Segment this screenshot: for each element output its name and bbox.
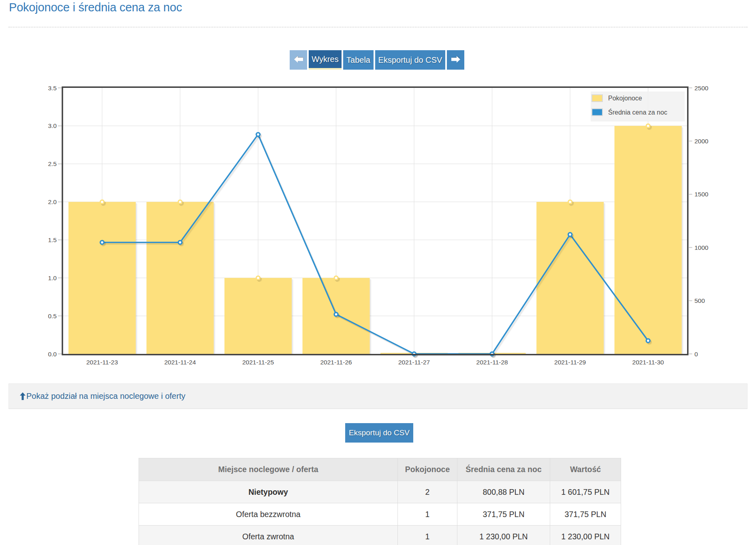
bar-marker	[334, 276, 338, 280]
left-axis-label: 1.0	[48, 275, 57, 281]
x-axis-label: 2021-11-26	[320, 359, 352, 366]
next-period-button[interactable]	[447, 50, 464, 70]
show-breakdown-label: Pokaż podział na miejsca noclegowe i ofe…	[26, 392, 185, 401]
x-axis-label: 2021-11-28	[476, 359, 508, 366]
export-csv-toolbar-button[interactable]: Eksportuj do CSV	[375, 50, 445, 70]
tab-table[interactable]: Tabela	[343, 50, 374, 70]
x-axis-label: 2021-11-24	[164, 359, 196, 366]
table-header-cell: Pokojonoce	[398, 458, 457, 481]
left-axis-label: 1.5	[48, 236, 57, 243]
table-cell: 1	[398, 526, 457, 545]
bar-marker	[568, 200, 572, 204]
bar	[147, 202, 214, 354]
right-axis-label: 2000	[694, 138, 709, 145]
line-marker	[334, 313, 338, 316]
x-axis-label: 2021-11-30	[632, 359, 664, 366]
line-marker	[178, 241, 182, 244]
breakdown-section-bar: Pokaż podział na miejsca noclegowe i ofe…	[9, 383, 747, 409]
tab-chart[interactable]: Wykres	[309, 50, 342, 70]
table-row: Nietypowy2800,88 PLN1 601,75 PLN	[139, 481, 621, 503]
left-axis-label: 0.0	[48, 351, 57, 358]
table-row: Oferta zwrotna11 230,00 PLN1 230,00 PLN	[139, 526, 621, 545]
table-cell: 371,75 PLN	[457, 503, 550, 526]
chart-toolbar: Wykres Tabela Eksportuj do CSV	[290, 50, 464, 70]
table-cell: 371,75 PLN	[550, 503, 621, 526]
table-cell: Oferta zwrotna	[139, 526, 398, 545]
legend-swatch	[592, 109, 602, 116]
table-body: Nietypowy2800,88 PLN1 601,75 PLNOferta b…	[139, 481, 621, 545]
page-title: Pokojonoce i średnia cena za noc	[9, 1, 182, 14]
line-marker	[100, 241, 104, 244]
table-cell: Nietypowy	[139, 481, 398, 503]
table-cell: 800,88 PLN	[457, 481, 550, 503]
line-marker	[646, 339, 650, 343]
bar-marker	[646, 124, 650, 128]
legend-swatch	[592, 95, 602, 102]
bar-marker	[100, 200, 104, 204]
x-axis-label: 2021-11-25	[242, 359, 274, 366]
left-axis-label: 0.5	[48, 313, 57, 319]
right-axis-label: 1000	[694, 244, 709, 251]
table-row: Oferta bezzwrotna1371,75 PLN371,75 PLN	[139, 503, 621, 526]
right-axis-label: 500	[694, 297, 705, 304]
table-cell: 2	[398, 481, 457, 503]
table-header: Miejsce noclegowe / ofertaPokojonoceŚred…	[139, 458, 621, 481]
breakdown-table: Miejsce noclegowe / ofertaPokojonoceŚred…	[139, 458, 621, 545]
dotted-divider	[9, 27, 747, 28]
x-axis-label: 2021-11-23	[86, 359, 118, 366]
combo-chart[interactable]: 0.00.51.01.52.02.53.03.50500100015002000…	[0, 77, 756, 377]
left-axis-label: 2.0	[48, 198, 57, 205]
legend-label: Średnia cena za noc	[608, 109, 667, 116]
left-axis-label: 3.0	[48, 122, 57, 129]
line-marker	[256, 133, 260, 136]
right-axis-label: 2500	[694, 85, 709, 92]
bar-marker	[256, 276, 260, 280]
arrow-left-icon	[294, 55, 303, 65]
right-axis-label: 0	[694, 351, 698, 358]
table-cell: Oferta bezzwrotna	[139, 503, 398, 526]
export-csv-button[interactable]: Eksportuj do CSV	[345, 423, 413, 443]
legend-label: Pokojonoce	[608, 95, 642, 102]
x-axis-label: 2021-11-29	[554, 359, 586, 366]
left-axis-label: 3.5	[48, 85, 57, 92]
previous-period-button[interactable]	[290, 50, 307, 70]
bar	[68, 202, 136, 354]
x-axis-label: 2021-11-27	[398, 359, 430, 366]
table-cell: 1 230,00 PLN	[457, 526, 550, 545]
arrow-right-icon	[451, 55, 461, 65]
bar	[615, 126, 682, 354]
bar	[536, 202, 604, 354]
table-cell: 1	[398, 503, 457, 526]
right-axis-label: 1500	[694, 191, 709, 198]
chart-canvas: 0.00.51.01.52.02.53.03.50500100015002000…	[0, 77, 756, 377]
table-header-cell: Miejsce noclegowe / oferta	[139, 458, 398, 481]
line-marker	[568, 233, 572, 236]
table-cell: 1 230,00 PLN	[550, 526, 621, 545]
show-breakdown-link[interactable]: Pokaż podział na miejsca noclegowe i ofe…	[20, 392, 185, 401]
bar	[224, 278, 292, 354]
arrow-up-icon	[20, 392, 26, 400]
bar-marker	[178, 200, 182, 204]
table-header-cell: Wartość	[550, 458, 621, 481]
table-cell: 1 601,75 PLN	[550, 481, 621, 503]
left-axis-label: 2.5	[48, 160, 57, 167]
table-header-cell: Średnia cena za noc	[457, 458, 550, 481]
